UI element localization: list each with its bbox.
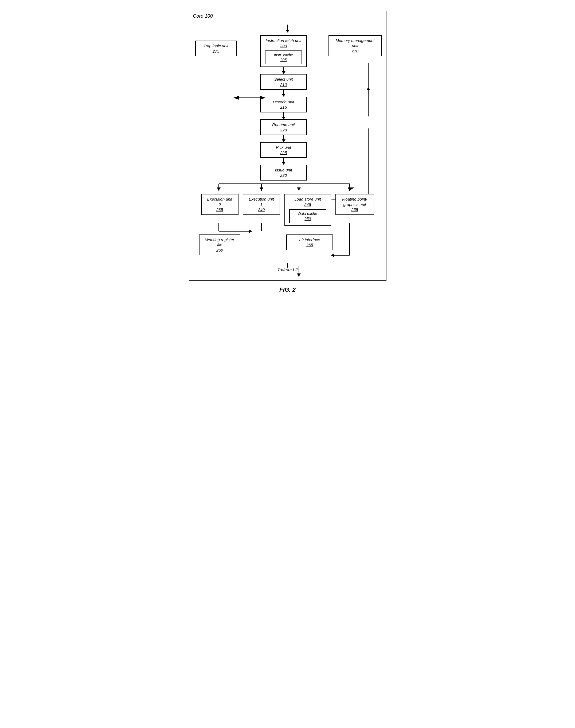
lsu-col: Load store unit 245 Data cache 250 <box>284 194 331 226</box>
top-area: Trap logic unit 275 Instruction fetch un… <box>195 35 380 180</box>
select-box: Select unit 210 <box>260 74 307 90</box>
trap-box: Trap logic unit 275 <box>195 41 237 56</box>
decode-box: Decode unit 215 <box>260 97 307 112</box>
exec0-box: Execution unit 0 235 <box>201 194 238 215</box>
ifu-box: Instruction fetch unit 200 Instr. cache … <box>260 35 307 67</box>
instr-cache-box: Instr. cache 205 <box>265 50 302 64</box>
svg-marker-29 <box>297 274 301 277</box>
figure-label: FIG. 2 <box>189 286 386 293</box>
l2-col: L2 interface 265 <box>286 235 333 250</box>
working-reg-box: Working register file 260 <box>199 235 240 255</box>
exec1-col: Execution unit 1 240 <box>243 194 280 215</box>
to-from-l2-area: To/from L2 <box>195 263 380 272</box>
core-label: Core 100 <box>193 13 213 19</box>
center-area: Instruction fetch unit 200 Instr. cache … <box>237 35 330 180</box>
issue-box: Issue unit 230 <box>260 165 307 180</box>
rename-box: Rename unit 220 <box>260 119 307 135</box>
data-cache-box: Data cache 250 <box>289 209 326 223</box>
pick-box: Pick unit 225 <box>260 142 307 158</box>
page: Core 100 Trap logic unit 275 Instruction… <box>183 5 392 299</box>
exec1-box: Execution unit 1 240 <box>243 194 280 215</box>
lsu-box: Load store unit 245 Data cache 250 <box>284 194 331 226</box>
fp-col: Floating point/ graphics unit 255 <box>335 194 374 215</box>
working-reg-col: Working register file 260 <box>199 235 240 255</box>
l2-box: L2 interface 265 <box>286 235 333 250</box>
mmu-side: Memory management unit 270 <box>330 35 380 56</box>
fp-box: Floating point/ graphics unit 255 <box>335 194 374 215</box>
mmu-box: Memory management unit 270 <box>329 35 382 56</box>
trap-side: Trap logic unit 275 <box>195 35 237 56</box>
to-from-l2-label: To/from L2 <box>277 268 298 272</box>
exec0-col: Execution unit 0 235 <box>201 194 238 215</box>
outer-box: Core 100 Trap logic unit 275 Instruction… <box>189 11 386 281</box>
